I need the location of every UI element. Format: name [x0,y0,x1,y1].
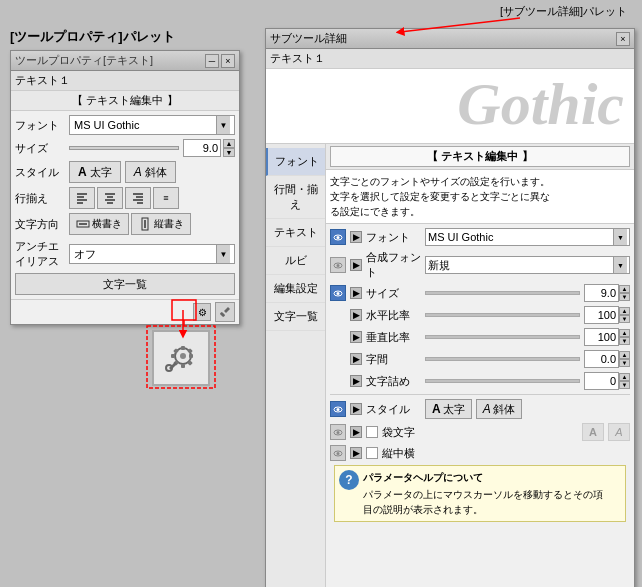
size-up-btn[interactable]: ▲ [619,285,630,293]
font-select[interactable]: MS UI Gothic ▼ [69,115,235,135]
vcenter-eye-button[interactable] [330,445,346,461]
detail-charspace-slider[interactable] [425,357,580,361]
sub-italic-button[interactable]: A 斜体 [476,399,522,419]
detail-size-value: 9.0 [584,284,619,302]
size-down-button[interactable]: ▼ [223,148,235,157]
size-slider[interactable] [69,146,179,150]
close-button[interactable]: × [221,54,235,68]
composite-expand-button[interactable]: ▶ [350,259,362,271]
detail-font-arrow: ▼ [613,229,627,245]
detail-hscale-slider[interactable] [425,313,580,317]
hscale-up-btn[interactable]: ▲ [619,307,630,315]
titlebar-buttons: ─ × [205,54,235,68]
vscale-down-btn[interactable]: ▼ [619,337,630,345]
sub-panel-content-area: 【 テキスト編集中 】 文字ごとのフォントやサイズの設定を行います。 文字を選択… [326,144,634,587]
align-justify-button[interactable]: ≡ [153,187,179,209]
nav-ruby[interactable]: ルビ [266,247,325,275]
outline-btn-a2[interactable]: A [608,423,630,441]
hscale-expand-button[interactable]: ▶ [350,309,362,321]
detail-size-row: ▶ サイズ 9.0 ▲ ▼ [330,284,630,302]
panel-section-header: 【 テキスト編集中 】 [11,91,239,111]
bold-icon: A [78,165,87,179]
charsqueeze-up-btn[interactable]: ▲ [619,373,630,381]
italic-icon: A [134,165,142,179]
charsqueeze-down-btn[interactable]: ▼ [619,381,630,389]
outline-checkbox[interactable] [366,426,378,438]
detail-composite-arrow: ▼ [613,257,627,273]
wrench-small-button[interactable] [215,302,235,322]
align-row: 行揃え ≡ [15,187,235,209]
style-buttons: A 太字 A 斜体 [69,161,176,183]
charspace-up-btn[interactable]: ▲ [619,351,630,359]
detail-vscale-label: 垂直比率 [366,330,421,345]
vertical-icon [138,217,152,231]
size-input[interactable] [183,139,221,157]
wrench-gear-icon [161,338,201,378]
nav-linespace[interactable]: 行間・揃え [266,176,325,219]
composite-eye-button[interactable] [330,257,346,273]
detail-font-select[interactable]: MS UI Gothic ▼ [425,228,630,246]
nav-char-list[interactable]: 文字一覧 [266,303,325,331]
help-title: パラメータヘルプについて [363,470,603,485]
outline-btn-a1[interactable]: A [582,423,604,441]
detail-size-spinner: 9.0 ▲ ▼ [584,284,630,302]
sub-bold-button[interactable]: A 太字 [425,399,472,419]
detail-font-row: ▶ フォント MS UI Gothic ▼ [330,228,630,246]
detail-vcenter-label: 縦中横 [382,446,630,461]
size-expand-button[interactable]: ▶ [350,287,362,299]
size-down-btn[interactable]: ▼ [619,293,630,301]
style-eye-button[interactable] [330,401,346,417]
vscale-expand-button[interactable]: ▶ [350,331,362,343]
antialias-arrow: ▼ [216,245,230,263]
italic-button[interactable]: A 斜体 [125,161,176,183]
vcenter-checkbox[interactable] [366,447,378,459]
charsqueeze-expand-button[interactable]: ▶ [350,375,362,387]
outline-expand-button[interactable]: ▶ [350,426,362,438]
antialias-select[interactable]: オフ ▼ [69,244,235,264]
minimize-button[interactable]: ─ [205,54,219,68]
align-right-button[interactable] [125,187,151,209]
align-center-button[interactable] [97,187,123,209]
svg-point-31 [337,264,340,267]
align-center-icon [103,191,117,205]
nav-font[interactable]: フォント [266,148,325,176]
help-body: パラメータの上にマウスカーソルを移動するとその項 目の説明が表示されます。 [363,487,603,517]
detail-composite-row: ▶ 合成フォント 新規 ▼ [330,250,630,280]
align-left-button[interactable] [69,187,95,209]
detail-size-slider[interactable] [425,291,580,295]
vcenter-expand-button[interactable]: ▶ [350,447,362,459]
sub-close-button[interactable]: × [616,32,630,46]
horizontal-icon [76,217,90,231]
detail-composite-select[interactable]: 新規 ▼ [425,256,630,274]
horizontal-button[interactable]: 横書き [69,213,129,235]
vscale-up-btn[interactable]: ▲ [619,329,630,337]
style-expand-button[interactable]: ▶ [350,403,362,415]
detail-vscale-slider[interactable] [425,335,580,339]
settings-icon-small[interactable]: ⚙ [193,303,211,321]
wrench-icon [218,305,232,319]
font-eye-button[interactable] [330,229,346,245]
charspace-expand-button[interactable]: ▶ [350,353,362,365]
panel-tab: テキスト１ [11,71,239,91]
detail-hscale-label: 水平比率 [366,308,421,323]
bold-button[interactable]: A 太字 [69,161,121,183]
hscale-down-btn[interactable]: ▼ [619,315,630,323]
nav-text[interactable]: テキスト [266,219,325,247]
char-list-button[interactable]: 文字一覧 [15,273,235,295]
detail-charsqueeze-slider[interactable] [425,379,580,383]
svg-point-18 [180,353,186,359]
detail-composite-label: 合成フォント [366,250,421,280]
sub-panel-tab: テキスト１ [266,49,634,69]
font-expand-button[interactable]: ▶ [350,231,362,243]
tool-props-label: [ツールプロパティ]パレット [10,28,175,46]
nav-edit-settings[interactable]: 編集設定 [266,275,325,303]
detail-vscale-spinner: 100 ▲ ▼ [584,328,630,346]
size-up-button[interactable]: ▲ [223,139,235,148]
align-label: 行揃え [15,191,65,206]
detail-vcenter-row: ▶ 縦中横 [330,445,630,461]
detail-style-row: ▶ スタイル A 太字 A 斜体 [330,399,630,419]
vertical-button[interactable]: 縦書き [131,213,191,235]
charspace-down-btn[interactable]: ▼ [619,359,630,367]
size-eye-button[interactable] [330,285,346,301]
outline-eye-button[interactable] [330,424,346,440]
